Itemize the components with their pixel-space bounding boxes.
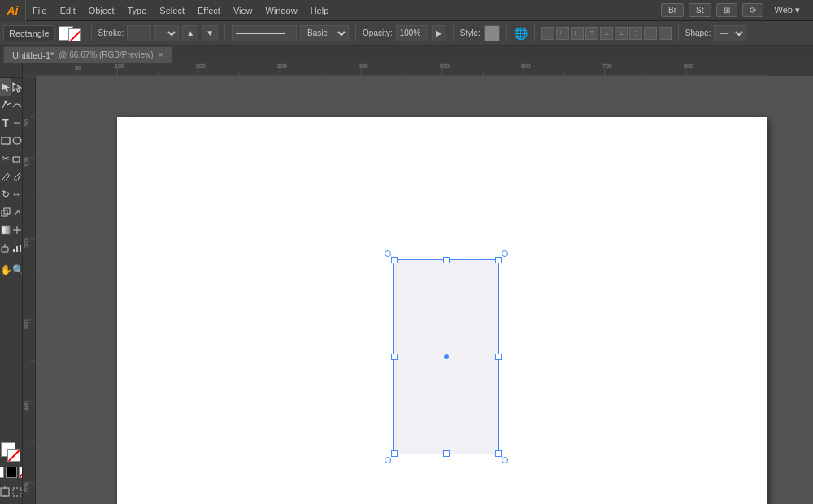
scissors-tool[interactable]: ✂ <box>0 150 11 167</box>
document-canvas[interactable] <box>36 76 813 504</box>
ellipse-icon <box>11 135 23 146</box>
menu-help[interactable]: Help <box>304 0 336 20</box>
svg-text:800: 800 <box>684 63 693 69</box>
scale-tool[interactable] <box>0 203 11 221</box>
tab-close-button[interactable]: × <box>159 50 163 59</box>
bridge-button[interactable]: Br <box>661 3 684 17</box>
workspace-selector[interactable]: Web ▾ <box>768 5 806 15</box>
scale-handle-tl[interactable] <box>391 257 398 263</box>
paintbrush-tool[interactable] <box>11 167 23 185</box>
document-tab[interactable]: Untitled-1* @ 66.67% (RGB/Preview) × <box>3 46 172 63</box>
rotate-handle-tl[interactable] <box>385 250 391 257</box>
svg-text:100: 100 <box>24 157 29 167</box>
rotate-handle-bl[interactable] <box>385 457 391 463</box>
svg-marker-2 <box>13 83 21 92</box>
shear-tool[interactable]: ↗ <box>11 203 22 221</box>
svg-text:700: 700 <box>602 63 612 69</box>
scale-handle-ml[interactable] <box>391 354 398 360</box>
gradient-tool[interactable] <box>0 221 11 239</box>
selection-tool[interactable] <box>0 78 11 96</box>
align-top-icon[interactable]: ⊤ <box>585 27 598 40</box>
rotate-tool[interactable]: ↻ <box>0 185 11 203</box>
divider-4 <box>453 25 454 41</box>
menu-select[interactable]: Select <box>153 0 191 20</box>
align-left-icon[interactable]: ⊣ <box>541 27 554 40</box>
stroke-up-btn[interactable]: ▲ <box>182 25 198 41</box>
curvature-tool[interactable] <box>11 96 23 114</box>
shape-select[interactable]: — <box>714 25 746 41</box>
align-right-icon[interactable]: ⊢ <box>571 27 584 40</box>
align-bottom-icon[interactable]: ⊥ <box>615 27 628 40</box>
scale-handle-tc[interactable] <box>443 257 450 263</box>
style-swatch[interactable] <box>484 25 500 41</box>
type-vertical-tool[interactable]: T <box>11 114 23 132</box>
tool-pair-symbol <box>0 239 22 257</box>
opacity-label: Opacity: <box>363 28 393 37</box>
align-center-h-icon[interactable]: ⊢ <box>556 27 569 40</box>
selected-rectangle[interactable] <box>393 259 499 454</box>
globe-icon[interactable]: 🌐 <box>514 27 528 40</box>
tool-pair-shape <box>0 132 22 150</box>
rectangle-tool[interactable] <box>0 132 11 150</box>
zoom-tool[interactable]: 🔍 <box>12 261 23 279</box>
gradient-icon <box>0 224 11 236</box>
rotate-handle-tr[interactable] <box>502 250 508 257</box>
scale-handle-mr[interactable] <box>495 354 502 360</box>
menu-effect[interactable]: Effect <box>191 0 227 20</box>
divider-3 <box>355 25 356 41</box>
default-colors-btn[interactable] <box>6 467 17 478</box>
mesh-tool[interactable] <box>11 221 23 239</box>
layout-button[interactable]: ⊞ <box>716 3 737 17</box>
stroke-unit-select[interactable]: ptpx <box>154 25 179 41</box>
distribute-h-icon[interactable]: ⋮ <box>629 27 642 40</box>
slice-tool[interactable] <box>11 483 23 501</box>
pen-tool[interactable] <box>0 96 11 114</box>
chart-tool[interactable] <box>11 239 23 257</box>
blend-mode-select[interactable]: Basic <box>300 25 349 41</box>
scale-handle-br[interactable] <box>495 450 502 457</box>
swap-colors-btn[interactable] <box>0 467 4 478</box>
ellipse-tool[interactable] <box>11 132 23 150</box>
selection-icon <box>0 81 11 93</box>
scale-handle-tr[interactable] <box>495 257 502 263</box>
artboard-tool[interactable] <box>0 483 11 501</box>
left-toolbar: T T ✂ ↻ ↔ <box>0 63 23 504</box>
distribute-extra-icon[interactable]: ⋯ <box>659 27 672 40</box>
menu-object[interactable]: Object <box>82 0 121 20</box>
stroke-swatch[interactable] <box>68 28 83 43</box>
symbol-spray-tool[interactable] <box>0 239 11 257</box>
opacity-input[interactable] <box>396 25 428 41</box>
stroke-style-display[interactable] <box>232 25 297 41</box>
sync-button[interactable]: ⟳ <box>742 3 763 17</box>
opacity-arrow[interactable]: ▶ <box>432 25 446 41</box>
pencil-icon <box>0 171 11 182</box>
menu-edit[interactable]: Edit <box>54 0 82 20</box>
rotate-handle-br[interactable] <box>502 457 508 463</box>
direct-selection-tool[interactable] <box>11 78 23 96</box>
distribute-v-icon[interactable]: ⋮ <box>644 27 657 40</box>
color-swatch-group <box>1 442 22 463</box>
stroke-width-input[interactable] <box>127 25 151 41</box>
menu-view[interactable]: View <box>227 0 259 20</box>
symbol-spray-icon <box>0 242 11 254</box>
menu-file[interactable]: File <box>26 0 54 20</box>
menu-window[interactable]: Window <box>259 0 304 20</box>
eraser-tool[interactable] <box>11 150 22 167</box>
hand-tool[interactable]: ✋ <box>0 261 12 279</box>
tab-bar: Untitled-1* @ 66.67% (RGB/Preview) × <box>0 46 813 63</box>
pencil-tool[interactable] <box>0 167 11 185</box>
stroke-down-btn[interactable]: ▼ <box>202 25 218 41</box>
menu-type[interactable]: Type <box>121 0 154 20</box>
align-center-v-icon[interactable]: ⊥ <box>600 27 613 40</box>
stroke-color-box[interactable] <box>7 449 22 463</box>
svg-line-0 <box>71 31 80 41</box>
canvas-area: 50 100 200 300 400 500 600 700 800 <box>23 63 813 504</box>
scale-handle-bl[interactable] <box>391 450 398 457</box>
reflect-tool[interactable]: ↔ <box>11 185 23 203</box>
shape-label: Shape: <box>685 28 711 37</box>
ruler-top: 50 100 200 300 400 500 600 700 800 <box>36 63 813 76</box>
scale-handle-bc[interactable] <box>443 450 450 457</box>
stock-button[interactable]: St <box>689 3 711 17</box>
svg-marker-1 <box>2 83 10 92</box>
type-tool[interactable]: T <box>0 114 11 132</box>
